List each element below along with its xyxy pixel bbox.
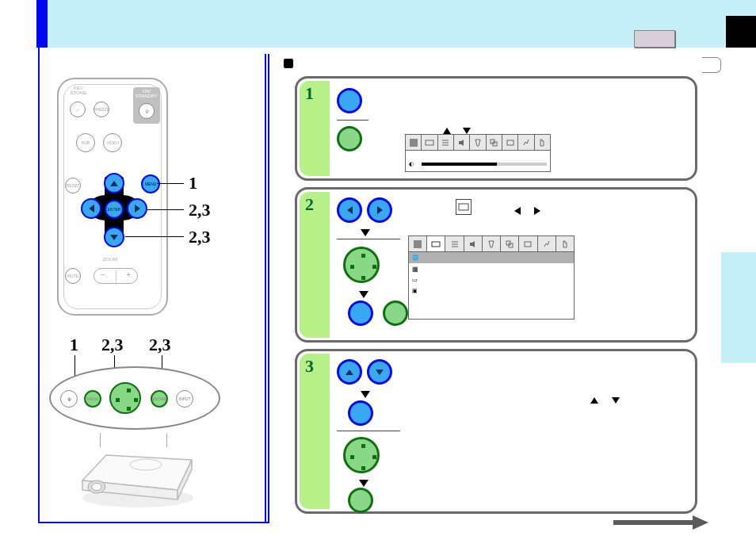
- svg-rect-11: [432, 242, 440, 247]
- enter-panel-icon: [348, 488, 373, 513]
- svg-rect-10: [414, 240, 422, 248]
- step-panel-3: 3: [295, 349, 697, 514]
- continued-arrow-icon: [613, 515, 708, 530]
- enter-button[interactable]: ENTER: [105, 200, 124, 219]
- svg-rect-14: [525, 242, 531, 247]
- svg-point-2: [92, 484, 101, 491]
- rgb-button: RGB: [76, 133, 95, 152]
- contents-button[interactable]: [634, 30, 675, 48]
- step-number: 1: [305, 83, 314, 104]
- standby-button-box: ON/ STANDBY ⏻: [133, 87, 160, 124]
- down-triangle-icon: [612, 397, 620, 404]
- side-tab: [721, 252, 756, 363]
- header-accent: [36, 0, 48, 48]
- osd-quickmenu: ◐: [405, 134, 551, 172]
- panel-selection-button[interactable]: [109, 382, 141, 414]
- flow-arrow-icon: [359, 291, 368, 298]
- svg-rect-5: [426, 140, 433, 145]
- left-triangle-icon: [514, 207, 521, 215]
- projector-panel-diagram: ⏻ MENU ENTER INPUT: [49, 366, 220, 435]
- enter-remote-icon: [348, 301, 373, 326]
- svg-rect-4: [410, 139, 418, 147]
- svg-rect-15: [613, 520, 693, 525]
- selection-panel-icon: [343, 437, 380, 473]
- panel-callout-1: 1: [70, 335, 78, 355]
- keystone-label: KEY STONE: [67, 86, 90, 95]
- panel-callout-2: 2,3: [101, 335, 124, 355]
- freeze-button: FREEZE: [94, 101, 109, 117]
- menu-panel-icon: [337, 126, 362, 151]
- projector-icon: [74, 441, 200, 512]
- display-menu-icon: [456, 199, 472, 215]
- panel-power-button: ⏻: [60, 390, 78, 408]
- left-arrow-button-icon: [337, 197, 362, 223]
- column-divider: [265, 54, 266, 523]
- dpad-down-button[interactable]: [104, 227, 124, 247]
- callout-1: 1: [189, 173, 197, 193]
- right-arrow-button-icon: [367, 197, 392, 223]
- callout-3: 2,3: [189, 227, 211, 247]
- svg-rect-8: [507, 140, 514, 145]
- step-number: 2: [305, 194, 314, 215]
- power-icon: ⏻: [139, 103, 155, 119]
- bottom-rule: [38, 522, 268, 523]
- step-panel-2: 2: [295, 187, 697, 343]
- panel-input-button: INPUT: [176, 390, 193, 408]
- left-rule: [38, 48, 40, 523]
- reset-button: RESET: [65, 178, 81, 193]
- dpad-left-button[interactable]: [81, 198, 101, 219]
- up-triangle-icon: [443, 128, 451, 134]
- flow-arrow-icon: [361, 391, 370, 398]
- up-arrow-button-icon: [337, 359, 362, 385]
- dpad-up-button[interactable]: [104, 173, 124, 193]
- down-triangle-icon: [463, 128, 471, 134]
- menu-button[interactable]: MENU: [141, 174, 160, 193]
- enter-panel-icon: [383, 301, 408, 326]
- zoom-rocker: − +: [94, 268, 138, 284]
- panel-menu-button[interactable]: MENU: [84, 390, 101, 408]
- page-number-tab: [726, 16, 756, 48]
- panel-enter-button[interactable]: ENTER: [151, 390, 168, 408]
- svg-marker-16: [693, 515, 708, 530]
- step-panel-1: 1 ◐: [295, 76, 697, 181]
- selection-panel-icon: [343, 247, 380, 283]
- dpad-right-button[interactable]: [127, 198, 147, 219]
- up-triangle-icon: [590, 397, 598, 404]
- column-divider: [268, 54, 269, 523]
- panel-callout-3: 2,3: [149, 335, 171, 355]
- remote-control-diagram: KEY STONE ON/ STANDBY ⏻ ▱ FREEZE RGB VID…: [57, 78, 168, 316]
- bullet-icon: [284, 59, 293, 68]
- video-button: VIDEO: [103, 133, 122, 152]
- osd-display-submenu: 🌐 ▦ ▭ ▣: [408, 235, 575, 320]
- page-ref-tab[interactable]: [702, 57, 721, 73]
- mute-button: MUTE: [65, 268, 81, 284]
- callout-2: 2,3: [189, 200, 211, 220]
- flow-arrow-icon: [361, 229, 370, 236]
- keystone-button: ▱: [70, 101, 86, 117]
- flow-arrow-icon: [359, 480, 368, 487]
- enter-remote-icon: [348, 400, 373, 426]
- svg-rect-9: [459, 204, 468, 210]
- down-arrow-button-icon: [367, 359, 392, 385]
- menu-remote-icon: [337, 88, 362, 113]
- step-number: 3: [305, 356, 314, 377]
- right-triangle-icon: [534, 207, 540, 215]
